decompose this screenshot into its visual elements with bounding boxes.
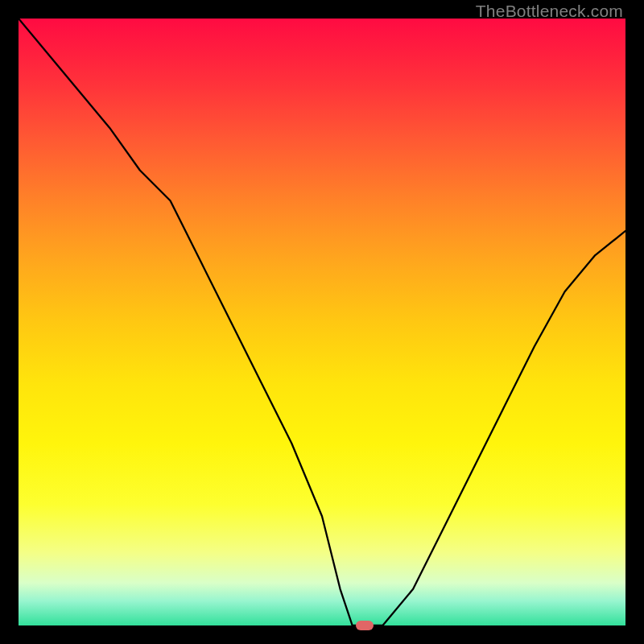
- bottleneck-curve: [19, 19, 625, 625]
- optimal-marker: [356, 621, 374, 630]
- plot-area: [19, 19, 625, 625]
- watermark-text: TheBottleneck.com: [476, 2, 623, 21]
- curve-path: [19, 19, 625, 625]
- chart-frame: TheBottleneck.com: [0, 0, 644, 644]
